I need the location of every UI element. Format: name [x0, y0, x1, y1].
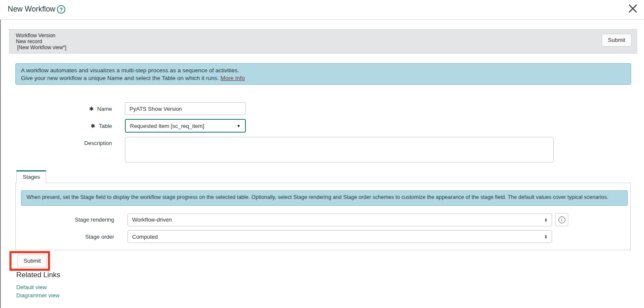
tab-stages-label: Stages [23, 174, 40, 180]
submit-button-footer[interactable]: Submit [17, 255, 47, 267]
related-links-section: Related Links Default view Diagrammer vi… [16, 271, 60, 299]
info-banner-line2: Give your new workflow a unique Name and… [21, 74, 626, 82]
info-icon: i [558, 216, 565, 223]
workflow-info-banner: A workflow automates and visualizes a mu… [15, 63, 631, 85]
table-select-value: Requested Item [sc_req_item] [130, 123, 204, 129]
select-spinner-icon: ▲ ▼ [544, 218, 547, 222]
stage-rendering-row: Stage rendering Workflow-driven ▲ ▼ i [16, 213, 568, 226]
name-input[interactable] [125, 102, 246, 115]
record-view-name: [New Workflow view*] [16, 44, 66, 50]
record-state: New record [16, 38, 66, 44]
name-field-row: ✱ Name [0, 102, 246, 115]
stage-order-label-group: Stage order [16, 234, 114, 240]
description-textarea[interactable] [125, 137, 554, 163]
stage-order-value: Computed [132, 234, 158, 240]
record-header-bar: Workflow Version New record [New Workflo… [9, 29, 637, 53]
stages-panel: When present, set the Stage field to dis… [15, 183, 631, 250]
more-info-link[interactable]: More Info [221, 75, 245, 81]
name-label: Name [97, 106, 112, 112]
description-field-row: Description [0, 137, 554, 163]
close-icon[interactable] [628, 4, 638, 13]
stages-banner-text: When present, set the Stage field to dis… [27, 194, 609, 200]
required-marker-icon: ✱ [89, 106, 94, 112]
stage-rendering-value: Workflow-driven [132, 216, 172, 223]
help-icon-glyph: ? [59, 6, 63, 13]
dialog-title-bar: New Workflow ? [0, 0, 644, 20]
table-label: Table [99, 123, 112, 129]
page-title: New Workflow [8, 5, 56, 14]
description-label: Description [84, 140, 112, 146]
stage-rendering-info-button[interactable]: i [555, 213, 568, 226]
stage-order-label: Stage order [85, 234, 114, 240]
stage-order-select[interactable]: Computed ▲ ▼ [127, 230, 552, 243]
related-link-diagrammer-view[interactable]: Diagrammer view [16, 292, 60, 300]
stages-info-banner: When present, set the Stage field to dis… [21, 190, 628, 206]
chevron-down-icon: ▼ [236, 124, 241, 128]
spinner-down-icon: ▼ [544, 220, 547, 222]
tab-stages[interactable]: Stages [16, 170, 46, 183]
related-link-default-view[interactable]: Default view [16, 284, 60, 292]
help-icon[interactable]: ? [57, 5, 65, 14]
record-header-text: Workflow Version New record [New Workflo… [16, 33, 66, 50]
select-spinner-icon: ▲ ▼ [544, 234, 547, 239]
table-select[interactable]: Requested Item [sc_req_item] ▼ [125, 119, 246, 133]
stage-order-row: Stage order Computed ▲ ▼ [16, 230, 552, 243]
related-links-title: Related Links [16, 271, 60, 279]
info-banner-line2-text: Give your new workflow a unique Name and… [21, 75, 219, 81]
new-workflow-dialog: New Workflow ? Workflow Version New reco… [0, 0, 644, 308]
info-banner-line1: A workflow automates and visualizes a mu… [21, 67, 626, 74]
table-field-row: ✱ Table Requested Item [sc_req_item] ▼ [0, 119, 246, 133]
table-label-group: ✱ Table [0, 123, 112, 129]
submit-button-header[interactable]: Submit [602, 34, 632, 47]
required-marker-icon: ✱ [91, 123, 95, 129]
record-table-name: Workflow Version [16, 33, 66, 38]
annotation-highlight-rectangle: Submit [9, 251, 50, 271]
stage-rendering-label-group: Stage rendering [16, 216, 114, 223]
name-label-group: ✱ Name [0, 106, 112, 112]
spinner-down-icon: ▼ [544, 237, 547, 239]
stage-rendering-label: Stage rendering [74, 216, 114, 223]
stage-rendering-select[interactable]: Workflow-driven ▲ ▼ [127, 213, 552, 226]
description-label-group: Description [0, 137, 112, 146]
